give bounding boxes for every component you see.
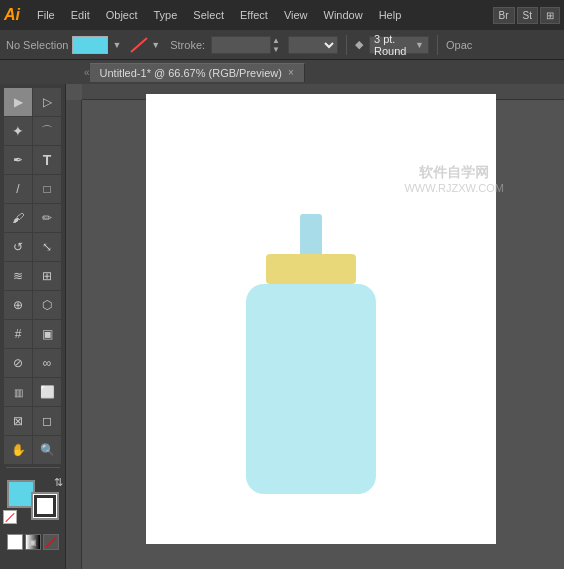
svg-line-0: [131, 38, 147, 52]
free-transform-tool[interactable]: ⊞: [33, 262, 61, 290]
lasso-tool[interactable]: ⌒: [33, 117, 61, 145]
direct-select-tool[interactable]: ▷: [33, 88, 61, 116]
stroke-indicator: [129, 36, 149, 54]
canvas-area[interactable]: 软件自学网 WWW.RJZXW.COM: [66, 84, 564, 569]
column-graph-tool[interactable]: ▥: [4, 378, 32, 406]
shape-builder-tool[interactable]: ⊕: [4, 291, 32, 319]
bridge-button[interactable]: Br: [493, 7, 515, 24]
none-swatch[interactable]: [3, 510, 17, 524]
opacity-label: Opac: [446, 39, 472, 51]
bottle-body: [246, 284, 376, 494]
hand-tool[interactable]: ✋: [4, 436, 32, 464]
bottle-illustration: [246, 214, 376, 494]
blend-tool[interactable]: ∞: [33, 349, 61, 377]
menu-type[interactable]: Type: [147, 6, 185, 24]
rectangle-tool[interactable]: □: [33, 175, 61, 203]
tab-title: Untitled-1* @ 66.67% (RGB/Preview): [100, 67, 282, 79]
eraser-tool[interactable]: ◻: [33, 407, 61, 435]
menu-select[interactable]: Select: [186, 6, 231, 24]
document-tab[interactable]: Untitled-1* @ 66.67% (RGB/Preview) ×: [90, 63, 305, 82]
menu-object[interactable]: Object: [99, 6, 145, 24]
pen-tool[interactable]: ✒: [4, 146, 32, 174]
swap-colors-icon[interactable]: ⇅: [54, 476, 63, 489]
stroke-up[interactable]: ▲: [272, 36, 280, 45]
menu-window[interactable]: Window: [317, 6, 370, 24]
gradient-tool[interactable]: ▣: [33, 320, 61, 348]
ruler-left: [66, 100, 82, 569]
weight-dropdown-icon[interactable]: ▼: [415, 40, 424, 50]
menu-help[interactable]: Help: [372, 6, 409, 24]
paintbrush-tool[interactable]: 🖌: [4, 204, 32, 232]
bottle-cap: [300, 214, 322, 254]
diamond-icon: ◆: [355, 38, 363, 51]
color-swatches: ⇅ ▣: [0, 476, 65, 554]
fill-arrow[interactable]: ▼: [112, 40, 121, 50]
grid-button[interactable]: ⊞: [540, 7, 560, 24]
pencil-tool[interactable]: ✏: [33, 204, 61, 232]
app-logo: Ai: [4, 6, 20, 24]
line-tool[interactable]: /: [4, 175, 32, 203]
stock-button[interactable]: St: [517, 7, 538, 24]
menu-edit[interactable]: Edit: [64, 6, 97, 24]
perspective-tool[interactable]: ⬡: [33, 291, 61, 319]
stroke-label: Stroke:: [170, 39, 205, 51]
top-right-icons: Br St ⊞: [493, 7, 560, 24]
color-mode-btn[interactable]: [7, 534, 23, 550]
selection-label: No Selection: [6, 39, 68, 51]
gradient-mode-btn[interactable]: ▣: [25, 534, 41, 550]
tab-close-button[interactable]: ×: [288, 67, 294, 78]
slice-tool[interactable]: ⊠: [4, 407, 32, 435]
stroke-down[interactable]: ▼: [272, 45, 280, 54]
swatch-stack: ⇅: [7, 480, 59, 520]
menu-file[interactable]: File: [30, 6, 62, 24]
main-area: ▶ ▷ ✦ ⌒ ✒ T / □ 🖌 ✏ ↺ ⤡ ≋ ⊞ ⊕ ⬡: [0, 84, 564, 569]
none-mode-btn[interactable]: [43, 534, 59, 550]
left-toolbar: ▶ ▷ ✦ ⌒ ✒ T / □ 🖌 ✏ ↺ ⤡ ≋ ⊞ ⊕ ⬡: [0, 84, 66, 569]
stroke-color-arrow[interactable]: ▼: [151, 40, 160, 50]
select-tool[interactable]: ▶: [4, 88, 32, 116]
zoom-tool[interactable]: 🔍: [33, 436, 61, 464]
fill-color-box[interactable]: [72, 36, 108, 54]
magic-wand-tool[interactable]: ✦: [4, 117, 32, 145]
type-tool[interactable]: T: [33, 146, 61, 174]
mesh-tool[interactable]: #: [4, 320, 32, 348]
artboard-tool[interactable]: ⬜: [33, 378, 61, 406]
color-mode-row: ▣: [4, 534, 61, 550]
warp-tool[interactable]: ≋: [4, 262, 32, 290]
weight-label: 3 pt. Round: [374, 33, 415, 57]
scale-tool[interactable]: ⤡: [33, 233, 61, 261]
rotate-tool[interactable]: ↺: [4, 233, 32, 261]
menu-effect[interactable]: Effect: [233, 6, 275, 24]
bottle-wrapper: [246, 214, 376, 494]
eyedropper-tool[interactable]: ⊘: [4, 349, 32, 377]
stroke-swatch[interactable]: [31, 492, 59, 520]
menu-bar: Ai File Edit Object Type Select Effect V…: [0, 0, 564, 30]
weight-box[interactable]: 3 pt. Round ▼: [369, 36, 429, 54]
toolbar-divider: [6, 467, 60, 468]
menu-view[interactable]: View: [277, 6, 315, 24]
stroke-select[interactable]: [288, 36, 338, 54]
bottle-collar: [266, 254, 356, 284]
tab-bar: « Untitled-1* @ 66.67% (RGB/Preview) ×: [0, 60, 564, 84]
options-toolbar: No Selection ▼ ▼ Stroke: ▲ ▼ ◆ 3 pt. Rou…: [0, 30, 564, 60]
